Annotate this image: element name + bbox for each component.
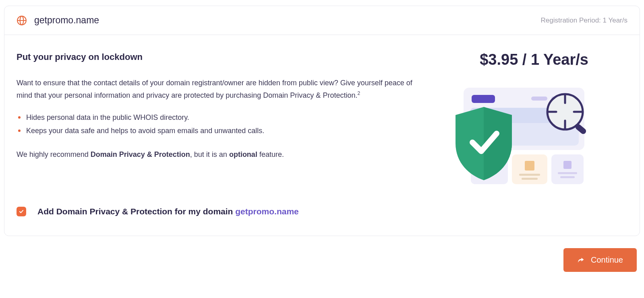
svg-rect-14	[551, 154, 584, 184]
option-label-domain: getpromo.name	[235, 207, 299, 216]
continue-label: Continue	[591, 255, 623, 265]
option-label-text: Add Domain Privacy & Protection for my d…	[37, 207, 235, 216]
intro-footnote: 2	[357, 90, 360, 96]
reco-post: feature.	[257, 150, 284, 158]
svg-rect-12	[519, 174, 540, 176]
recommendation-text: We highly recommend Domain Privacy & Pro…	[17, 148, 427, 161]
svg-rect-13	[522, 178, 538, 180]
reco-bold-1: Domain Privacy & Protection	[91, 150, 190, 158]
content-column: Put your privacy on lockdown Want to ens…	[17, 51, 427, 187]
reco-mid: , but it is an	[190, 150, 229, 158]
privacy-upsell-card: getpromo.name Registration Period: 1 Yea…	[4, 6, 640, 236]
privacy-illustration	[451, 83, 588, 187]
svg-rect-17	[560, 176, 575, 178]
svg-rect-16	[558, 172, 577, 174]
reco-bold-2: optional	[229, 150, 257, 158]
header-left: getpromo.name	[17, 15, 99, 26]
privacy-option-label[interactable]: Add Domain Privacy & Protection for my d…	[37, 207, 299, 216]
domain-name: getpromo.name	[34, 15, 99, 26]
list-item: Hides personal data in the public WHOIS …	[17, 111, 427, 124]
svg-rect-11	[525, 161, 534, 171]
list-item: Keeps your data safe and helps to avoid …	[17, 124, 427, 137]
reco-pre: We highly recommend	[17, 150, 91, 158]
option-row: Add Domain Privacy & Protection for my d…	[4, 207, 640, 236]
section-title: Put your privacy on lockdown	[17, 52, 427, 62]
card-body: Put your privacy on lockdown Want to ens…	[4, 35, 640, 207]
card-header: getpromo.name Registration Period: 1 Yea…	[4, 6, 640, 35]
side-column: $3.95 / 1 Year/s	[443, 51, 588, 187]
intro-body: Want to ensure that the contact details …	[17, 79, 412, 99]
footer-actions: Continue	[4, 248, 640, 272]
price-display: $3.95 / 1 Year/s	[480, 51, 588, 68]
registration-period: Registration Period: 1 Year/s	[541, 16, 627, 25]
continue-button[interactable]: Continue	[563, 248, 637, 272]
globe-icon	[17, 15, 27, 26]
svg-rect-5	[531, 97, 547, 101]
svg-rect-15	[563, 161, 572, 169]
svg-rect-4	[472, 95, 495, 103]
check-icon	[19, 209, 24, 214]
privacy-checkbox[interactable]	[17, 207, 26, 216]
intro-text: Want to ensure that the contact details …	[17, 77, 427, 101]
feature-list: Hides personal data in the public WHOIS …	[17, 111, 427, 137]
arrow-share-icon	[577, 257, 584, 264]
